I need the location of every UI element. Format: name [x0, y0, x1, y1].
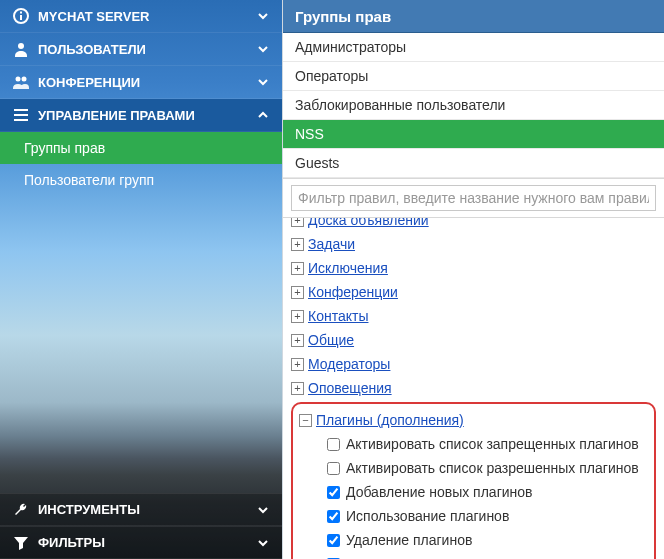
nav-users[interactable]: ПОЛЬЗОВАТЕЛИ — [0, 33, 282, 66]
users-icon — [12, 73, 30, 91]
group-label: Заблокированные пользователи — [295, 97, 505, 113]
panel-title: Группы прав — [295, 8, 391, 25]
group-label: Операторы — [295, 68, 368, 84]
wrench-icon — [12, 501, 30, 519]
tree-label[interactable]: Исключения — [308, 258, 388, 278]
rule-checkbox[interactable] — [327, 510, 340, 523]
tree-label[interactable]: Конференции — [308, 282, 398, 302]
expand-icon[interactable]: + — [291, 334, 304, 347]
nav-label: КОНФЕРЕНЦИИ — [38, 75, 256, 90]
expand-icon[interactable]: + — [291, 262, 304, 275]
rule-checkbox[interactable] — [327, 438, 340, 451]
expand-icon[interactable]: + — [291, 358, 304, 371]
chevron-down-icon — [256, 536, 270, 550]
expand-icon[interactable]: + — [291, 238, 304, 251]
nav-tools[interactable]: ИНСТРУМЕНТЫ — [0, 493, 282, 526]
group-label: Администраторы — [295, 39, 406, 55]
tree-node[interactable]: + Доска объявлений — [291, 218, 656, 232]
filter-input[interactable] — [291, 185, 656, 211]
nav-label: ФИЛЬТРЫ — [38, 535, 256, 550]
expand-icon[interactable]: + — [291, 218, 304, 227]
plugins-highlight: − Плагины (дополнения) Активировать спис… — [291, 402, 656, 559]
expand-icon[interactable]: + — [291, 382, 304, 395]
expand-icon[interactable]: + — [291, 286, 304, 299]
rule-row[interactable]: Удаление плагинов — [299, 528, 648, 552]
tree-node[interactable]: + Исключения — [291, 256, 656, 280]
svg-point-5 — [22, 77, 27, 82]
tree-label[interactable]: Задачи — [308, 234, 355, 254]
chevron-up-icon — [256, 108, 270, 122]
group-row-admins[interactable]: Администраторы — [283, 33, 664, 62]
group-label: Guests — [295, 155, 339, 171]
tree-label[interactable]: Общие — [308, 330, 354, 350]
list-icon — [12, 106, 30, 124]
tree-label[interactable]: Контакты — [308, 306, 368, 326]
filter-bar — [283, 179, 664, 218]
tree-node[interactable]: + Задачи — [291, 232, 656, 256]
svg-rect-8 — [14, 119, 28, 121]
chevron-down-icon — [256, 503, 270, 517]
tree-node[interactable]: + Оповещения — [291, 376, 656, 400]
tree-label[interactable]: Модераторы — [308, 354, 390, 374]
svg-point-4 — [16, 77, 21, 82]
rule-checkbox[interactable] — [327, 534, 340, 547]
rule-label[interactable]: Удаление плагинов — [346, 530, 472, 550]
user-icon — [12, 40, 30, 58]
filter-icon — [12, 534, 30, 552]
svg-point-3 — [18, 43, 24, 49]
sub-item-group-users[interactable]: Пользователи групп — [0, 164, 282, 196]
rules-tree: + Доска объявлений + Задачи + Исключения… — [283, 218, 664, 559]
nav-label: ПОЛЬЗОВАТЕЛИ — [38, 42, 256, 57]
tree-node[interactable]: + Модераторы — [291, 352, 656, 376]
svg-rect-7 — [14, 114, 28, 116]
sub-item-label: Группы прав — [24, 140, 105, 156]
sidebar-spacer — [0, 196, 282, 493]
tree-node[interactable]: + Контакты — [291, 304, 656, 328]
nav-conferences[interactable]: КОНФЕРЕНЦИИ — [0, 66, 282, 99]
tree-label[interactable]: Доска объявлений — [308, 218, 429, 230]
collapse-icon[interactable]: − — [299, 414, 312, 427]
tree-label[interactable]: Оповещения — [308, 378, 392, 398]
group-row-operators[interactable]: Операторы — [283, 62, 664, 91]
chevron-down-icon — [256, 42, 270, 56]
rule-label[interactable]: Добавление новых плагинов — [346, 482, 533, 502]
tree-node[interactable]: + Конференции — [291, 280, 656, 304]
rule-label[interactable]: Использование плагинов — [346, 506, 509, 526]
tree-node-plugins[interactable]: − Плагины (дополнения) — [299, 408, 648, 432]
rule-row[interactable]: Управление плагинами на клиенте — [299, 552, 648, 559]
expand-icon[interactable]: + — [291, 310, 304, 323]
group-row-guests[interactable]: Guests — [283, 149, 664, 178]
main-panel: Группы прав Администраторы Операторы Заб… — [282, 0, 664, 559]
rule-label[interactable]: Активировать список запрещенных плагинов — [346, 434, 639, 454]
svg-rect-1 — [20, 15, 22, 20]
sub-item-label: Пользователи групп — [24, 172, 154, 188]
nav-bottom: ИНСТРУМЕНТЫ ФИЛЬТРЫ — [0, 493, 282, 559]
rule-label[interactable]: Активировать список разрешенных плагинов — [346, 458, 639, 478]
nav-label: УПРАВЛЕНИЕ ПРАВАМИ — [38, 108, 256, 123]
nav-label: ИНСТРУМЕНТЫ — [38, 502, 256, 517]
rule-checkbox[interactable] — [327, 486, 340, 499]
nav-top: MYCHAT SERVER ПОЛЬЗОВАТЕЛИ КОНФЕРЕНЦИИ — [0, 0, 282, 196]
group-row-nss[interactable]: NSS — [283, 120, 664, 149]
rule-label[interactable]: Управление плагинами на клиенте — [346, 554, 572, 559]
nav-mychat-server[interactable]: MYCHAT SERVER — [0, 0, 282, 33]
sidebar: MYCHAT SERVER ПОЛЬЗОВАТЕЛИ КОНФЕРЕНЦИИ — [0, 0, 282, 559]
chevron-down-icon — [256, 9, 270, 23]
tree-label[interactable]: Плагины (дополнения) — [316, 410, 464, 430]
panel-header: Группы прав — [283, 0, 664, 33]
nav-label: MYCHAT SERVER — [38, 9, 256, 24]
rule-row[interactable]: Использование плагинов — [299, 504, 648, 528]
svg-rect-6 — [14, 109, 28, 111]
sub-item-rights-groups[interactable]: Группы прав — [0, 132, 282, 164]
group-label: NSS — [295, 126, 324, 142]
rule-row[interactable]: Добавление новых плагинов — [299, 480, 648, 504]
nav-filters[interactable]: ФИЛЬТРЫ — [0, 526, 282, 559]
rule-checkbox[interactable] — [327, 462, 340, 475]
rule-row[interactable]: Активировать список разрешенных плагинов — [299, 456, 648, 480]
tree-node[interactable]: + Общие — [291, 328, 656, 352]
rules-tree-wrap: + Доска объявлений + Задачи + Исключения… — [283, 218, 664, 559]
nav-rights-management[interactable]: УПРАВЛЕНИЕ ПРАВАМИ — [0, 99, 282, 132]
group-row-blocked[interactable]: Заблокированные пользователи — [283, 91, 664, 120]
svg-rect-2 — [20, 12, 22, 14]
rule-row[interactable]: Активировать список запрещенных плагинов — [299, 432, 648, 456]
